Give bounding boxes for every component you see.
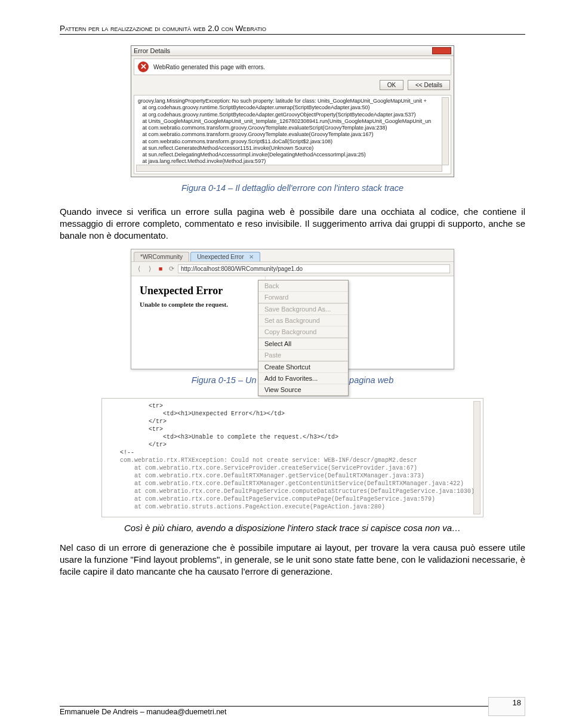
refresh-icon[interactable]: ⟳ [167, 265, 175, 273]
page-title: Unexpected Error [140, 285, 259, 297]
page-number: 18 [488, 697, 525, 716]
paragraph-1: Quando invece si verifica un errore sull… [60, 206, 525, 242]
paragraph-2: Così è più chiaro, avendo a disposizione… [60, 522, 525, 534]
tab-close-icon[interactable]: ✕ [249, 254, 254, 260]
close-icon[interactable] [432, 47, 451, 54]
figure-2: *WRCommunity Unexpected Error ✕ ⟨ ⟩ ■ ⟳ … [60, 249, 525, 369]
address-bar[interactable]: http://localhost:8080/WRCommunity/page1.… [178, 264, 450, 273]
stop-icon[interactable]: ■ [156, 265, 165, 273]
figure-1: Error Details ✕ WebRatio generated this … [60, 45, 525, 177]
ok-button[interactable]: OK [380, 80, 403, 90]
tab-wrcommunity[interactable]: *WRCommunity [134, 252, 189, 261]
scrollbar-vertical[interactable] [473, 401, 480, 514]
menu-view-source[interactable]: View Source [258, 384, 348, 396]
paragraph-3: Nel caso di un errore di generazione che… [60, 542, 525, 578]
details-button[interactable]: << Details [408, 80, 450, 90]
menu-set-background: Set as Background [258, 315, 348, 326]
stack-trace-box: groovy.lang.MissingPropertyException: No… [134, 95, 451, 174]
error-message: WebRatio generated this page with errors… [153, 64, 265, 70]
page-header: Pattern per la realizzazione di comunità… [60, 24, 525, 35]
source-view: <tr> <td><h1>Unexpected Error</h1></td> … [101, 398, 483, 517]
page-footer: Emmanuele De Andreis – manudea@duemetri.… [60, 706, 525, 716]
menu-add-favorites[interactable]: Add to Favorites... [258, 373, 348, 384]
menu-create-shortcut[interactable]: Create Shortcut [258, 362, 348, 373]
figure-1-caption: Figura 0-14 – Il dettaglio dell'errore c… [60, 183, 525, 193]
error-icon: ✕ [138, 61, 149, 72]
menu-back: Back [258, 280, 348, 292]
scrollbar-horizontal[interactable] [136, 165, 442, 172]
comment-block: com.webratio.rtx.RTXException: Could not… [120, 457, 475, 510]
menu-save-background: Save Background As... [258, 304, 348, 315]
html-snippet: <tr> <td><h1>Unexpected Error</h1></td> … [120, 403, 338, 456]
figure-3: <tr> <td><h1>Unexpected Error</h1></td> … [60, 398, 525, 517]
menu-paste: Paste [258, 350, 348, 361]
menu-select-all[interactable]: Select All [258, 338, 348, 350]
menu-copy-background: Copy Background [258, 326, 348, 338]
menu-forward: Forward [258, 292, 348, 303]
error-details-window: Error Details ✕ WebRatio generated this … [131, 45, 454, 177]
browser-window: *WRCommunity Unexpected Error ✕ ⟨ ⟩ ■ ⟳ … [131, 249, 454, 369]
page-subtitle: Unable to complete the request. [140, 301, 259, 308]
footer-author: Emmanuele De Andreis – manudea@duemetri.… [60, 708, 227, 716]
tab-unexpected-error[interactable]: Unexpected Error ✕ [190, 252, 260, 261]
back-icon[interactable]: ⟨ [135, 265, 143, 273]
scrollbar-vertical[interactable] [442, 97, 449, 165]
window-title: Error Details [134, 47, 170, 54]
forward-icon[interactable]: ⟩ [146, 265, 154, 273]
context-menu: Back Forward Save Background As... Set a… [258, 280, 349, 396]
